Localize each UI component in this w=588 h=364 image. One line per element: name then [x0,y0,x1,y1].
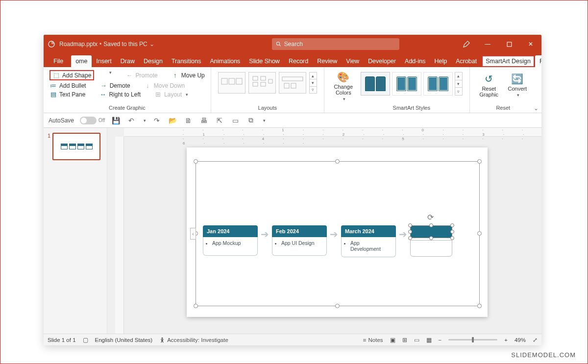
svg-rect-12 [282,77,303,81]
quick-access-toolbar: AutoSave Off 💾 ↶▾ ↷ 📂 🗎 🖶 ⇱ ▭ ⧉▾ [44,113,541,128]
tab-developer[interactable]: Developer [364,55,400,67]
start-icon[interactable]: ▭ [230,116,240,125]
layout-option[interactable] [218,72,245,94]
minimize-button[interactable]: ― [477,35,498,53]
roadmap-step[interactable]: Jan 2024 App Mockup [203,225,258,256]
svg-rect-9 [261,76,266,80]
save-icon[interactable]: 💾 [111,116,121,125]
close-button[interactable]: ✕ [520,35,541,53]
resize-handle[interactable] [477,304,482,308]
tab-insert[interactable]: Insert [92,55,116,67]
reading-view-icon[interactable]: ▭ [414,337,419,343]
text-pane-button[interactable]: ▤Text Pane [49,91,85,98]
autosave-toggle[interactable] [80,117,97,124]
rotate-handle[interactable]: ⟳ [427,213,435,220]
maximize-button[interactable] [498,35,520,53]
language-indicator[interactable]: English (United States) [95,337,153,343]
svg-line-2 [279,45,281,46]
slide-indicator[interactable]: Slide 1 of 1 [48,337,76,343]
tab-transitions[interactable]: Transitions [167,55,206,67]
tab-format[interactable]: Format [535,55,541,67]
tab-review[interactable]: Review [313,55,342,67]
slide-thumbnail[interactable] [52,133,100,160]
resize-handle[interactable] [450,223,454,227]
autosave-label: AutoSave [49,117,74,124]
roadmap-new-shape-selected[interactable]: ⟳ [410,225,452,257]
sorter-view-icon[interactable]: ⊞ [402,337,407,343]
convert-button[interactable]: 🔄Convert▾ [504,71,531,99]
tab-record[interactable]: Record [284,55,313,67]
tab-animations[interactable]: Animations [206,55,245,67]
layout-option[interactable] [248,72,276,94]
reset-graphic-button[interactable]: ↺Reset Graphic [476,71,502,99]
resize-handle[interactable] [194,304,198,308]
tab-file[interactable]: File [46,55,71,67]
tab-help[interactable]: Help [430,55,451,67]
roadmap-step[interactable]: Feb 2024 App UI Design [272,225,327,256]
slideshow-view-icon[interactable]: ▦ [426,337,432,343]
resize-handle[interactable] [408,236,412,240]
notes-button[interactable]: ≡ Notes [363,337,383,343]
spellcheck-icon[interactable]: ▢ [83,337,88,343]
search-box[interactable] [272,38,399,50]
search-input[interactable] [284,41,395,48]
normal-view-icon[interactable]: ▣ [390,337,395,343]
resize-handle[interactable] [450,230,454,234]
slide-thumbnails-panel[interactable]: 1 [44,128,107,334]
zoom-in-button[interactable]: + [504,337,508,343]
style-option[interactable] [392,72,421,96]
tab-home[interactable]: ome [71,55,92,67]
resize-handle[interactable] [429,223,433,227]
tab-acrobat[interactable]: Acrobat [451,55,481,67]
slides-icon[interactable]: ⧉ [246,116,256,125]
roadmap-step[interactable]: March 2024 App Development [341,225,396,257]
tab-smartart-design[interactable]: SmartArt Design [482,55,535,67]
layout-option[interactable] [279,72,306,94]
move-up-button[interactable]: ↑Move Up [172,70,205,80]
style-option[interactable] [423,72,453,96]
zoom-level[interactable]: 49% [514,337,526,343]
smartart-roadmap[interactable]: Jan 2024 App Mockup ➔ Feb 2024 App UI De… [203,225,452,257]
zoom-out-button[interactable]: − [439,337,442,343]
undo-icon[interactable]: ↶ [126,116,136,125]
open-icon[interactable]: 📂 [168,116,177,125]
resize-handle[interactable] [450,236,454,240]
resize-handle[interactable] [408,223,412,227]
tab-addins[interactable]: Add-ins [400,55,430,67]
add-bullet-button[interactable]: ≔Add Bullet [49,82,86,89]
add-shape-dropdown[interactable]: ▾ [109,70,112,80]
export-icon[interactable]: ⇱ [215,116,224,125]
fit-to-window-icon[interactable]: ⤢ [533,337,538,343]
resize-handle[interactable] [477,159,482,164]
resize-handle[interactable] [335,304,340,308]
collapse-ribbon-icon[interactable]: ⌄ [534,105,539,112]
slide-canvas[interactable]: · · · · · · 6 · · · · · · 5 · · · · · · … [107,128,541,334]
smartart-selection-frame[interactable]: ‹ Jan 2024 App Mockup ➔ Feb 2024 App UI … [196,161,480,306]
change-colors-button[interactable]: 🎨 Change Colors ▾ [330,69,357,103]
pen-icon[interactable] [455,35,477,53]
resize-handle[interactable] [408,230,412,234]
resize-handle[interactable] [429,236,433,240]
tab-slideshow[interactable]: Slide Show [245,55,284,67]
resize-handle[interactable] [335,159,340,164]
tab-view[interactable]: View [342,55,364,67]
save-status[interactable]: Saved to this PC [103,41,147,48]
resize-handle[interactable] [477,231,482,236]
add-shape-button[interactable]: ⬚Add Shape [49,70,94,80]
style-option[interactable] [361,72,390,96]
styles-scrollbar[interactable]: ▴▾▿ [455,72,463,96]
accessibility-button[interactable]: Accessibility: Investigate [159,337,228,343]
tab-design[interactable]: Design [139,55,167,67]
svg-point-1 [276,42,279,45]
tab-draw[interactable]: Draw [116,55,139,67]
layouts-scrollbar[interactable]: ▴▾▿ [309,72,317,94]
resize-handle[interactable] [194,159,198,164]
rtl-button[interactable]: ↔Right to Left [99,91,141,98]
print-icon[interactable]: 🖶 [199,116,209,125]
new-icon[interactable]: 🗎 [183,116,193,125]
demote-button[interactable]: →Demote [100,82,130,89]
document-title: Roadmap.pptx [59,41,98,48]
zoom-slider[interactable] [448,339,497,340]
text-pane-toggle[interactable]: ‹ [190,228,196,240]
redo-icon[interactable]: ↷ [152,116,162,125]
